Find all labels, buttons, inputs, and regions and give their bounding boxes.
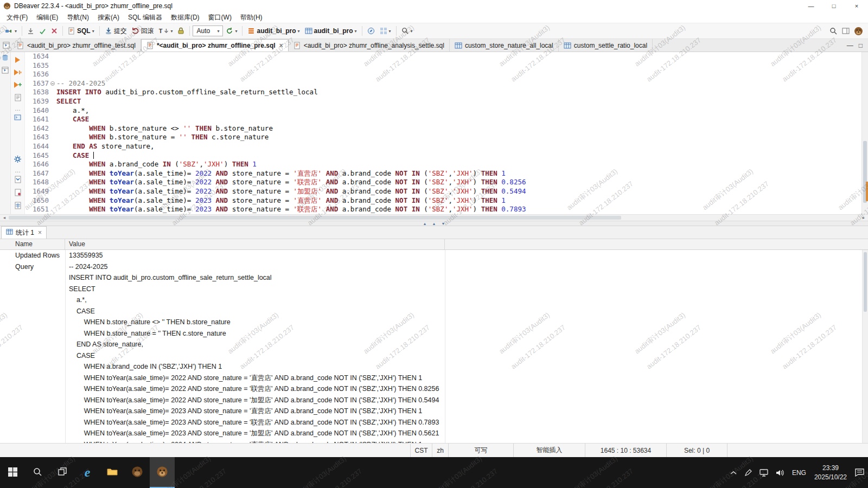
tab-close-icon[interactable]: × <box>279 42 283 49</box>
rollback-button[interactable]: 回滚 <box>130 25 156 37</box>
file-explorer-button[interactable] <box>100 457 125 488</box>
scrollbar-thumb[interactable] <box>9 216 621 220</box>
speaker-icon[interactable] <box>772 457 788 488</box>
search-dropdown-button[interactable]: ▾ <box>399 25 415 36</box>
search-button[interactable] <box>829 27 838 35</box>
fold-collapse-icon[interactable] <box>50 81 55 86</box>
results-vertical-scrollbar[interactable] <box>862 250 868 443</box>
network-icon[interactable] <box>756 457 772 488</box>
sql-editor-button[interactable]: SQL ▾ <box>66 25 97 36</box>
sql-editor[interactable]: 1634163516361637163816391640164116421643… <box>25 52 861 214</box>
execute-new-tab-button[interactable] <box>14 81 22 90</box>
database-selector[interactable]: audit_bi_pro ▾ <box>245 25 302 36</box>
commit-button[interactable]: 提交 <box>103 25 129 37</box>
sql-file-icon <box>293 42 301 49</box>
results-row[interactable]: Updated Rows133559935 <box>0 250 868 261</box>
editor-gutter[interactable]: 1634163516361637163816391640164116421643… <box>25 52 56 214</box>
taskbar-search-button[interactable] <box>25 457 50 488</box>
sql-file-icon <box>146 42 154 49</box>
taskbar-clock[interactable]: 23:39 2025/10/22 <box>810 464 851 481</box>
layout-button[interactable]: ▾ <box>378 25 393 36</box>
internet-explorer-button[interactable]: e <box>75 457 100 488</box>
task-view-button[interactable] <box>50 457 75 488</box>
menu-item[interactable]: SQL 编辑器 <box>124 12 167 23</box>
dbeaver-taskbar-button[interactable] <box>125 457 150 488</box>
collapse-down-icon[interactable]: ▼ <box>441 222 445 226</box>
execute-statement-button[interactable] <box>14 56 21 65</box>
maximize-button[interactable]: □ <box>822 0 845 12</box>
results-body[interactable]: Updated Rows133559935Query-- 2024-2025IN… <box>0 250 868 443</box>
download-script-button[interactable] <box>25 26 36 36</box>
close-button[interactable]: × <box>845 0 868 12</box>
editor-code[interactable]: -- 2024-2025INSERT INTO audit_bi_pro.cus… <box>56 52 861 214</box>
sync-script-button[interactable] <box>37 26 48 36</box>
maximize-panel-icon[interactable]: □ <box>859 42 863 49</box>
editor-tab[interactable]: <audit_bi_pro> zhumr_offline_analysis_se… <box>289 39 450 52</box>
menu-item[interactable]: 窗口(W) <box>204 12 236 23</box>
editor-horizontal-scrollbar[interactable]: ◄ ► <box>0 214 868 221</box>
toolbar-separator <box>62 26 63 36</box>
status-cells: CSTzh可写智能插入1645 : 10 : 53634Sel: 0 | 0 <box>410 444 727 457</box>
action-center-button[interactable] <box>851 457 868 488</box>
panel-splitter[interactable]: ▲ ▲ ▼ <box>0 221 868 226</box>
column-header-name[interactable]: Name <box>0 239 65 249</box>
table-icon <box>305 27 312 35</box>
menu-item[interactable]: 帮助(H) <box>236 12 267 23</box>
editor-tab[interactable]: custom_settle_ratio_local <box>559 39 653 52</box>
project-explorer-icon[interactable] <box>2 67 9 75</box>
statistics-tab[interactable]: 统计 1 × <box>1 226 47 239</box>
dbeaver-logo[interactable] <box>854 27 863 36</box>
transaction-log-button[interactable]: T ▾ <box>157 26 175 36</box>
scrollbar-thumb[interactable] <box>864 252 867 312</box>
results-row[interactable]: Query-- 2024-2025INSERT INTO audit_bi_pr… <box>0 261 868 444</box>
menu-item[interactable]: 编辑(E) <box>32 12 62 23</box>
database-name: audit_bi_pro <box>257 27 296 35</box>
more-actions-icon[interactable]: … <box>15 107 21 110</box>
panel-restore-button[interactable] <box>0 39 12 52</box>
menu-item[interactable]: 搜索(A) <box>93 12 124 23</box>
rollback-label: 回滚 <box>141 27 154 36</box>
toolbar-separator <box>396 26 397 36</box>
menu-item[interactable]: 文件(F) <box>2 12 32 23</box>
result-grid-button[interactable] <box>15 202 21 211</box>
more-actions-icon[interactable]: … <box>15 169 21 172</box>
minimize-button[interactable]: — <box>800 0 822 12</box>
editor-tab-strip: <audit_bi_pro> zhumr_offline_test.sql*<a… <box>12 39 653 52</box>
language-indicator[interactable]: ENG <box>788 457 810 488</box>
schema-selector[interactable]: audit_bi_pro ▾ <box>303 25 359 36</box>
editor-tab[interactable]: custom_store_nature_all_local <box>450 39 559 52</box>
menu-item[interactable]: 导航(N) <box>62 12 93 23</box>
scroll-left-icon[interactable]: ◄ <box>0 216 9 220</box>
cancel-script-button[interactable] <box>49 26 60 36</box>
scrollbar-track[interactable] <box>9 215 859 221</box>
refresh-button[interactable]: ▾ <box>224 25 239 36</box>
explain-plan-button[interactable] <box>15 94 21 103</box>
menu-item[interactable]: 数据库(D) <box>167 12 204 23</box>
execute-script-button[interactable] <box>14 69 22 78</box>
editor-vertical-scrollbar[interactable] <box>861 52 868 214</box>
start-button[interactable] <box>0 457 25 488</box>
export-result-button[interactable] <box>15 176 21 185</box>
toggle-panel-button[interactable] <box>842 27 850 35</box>
database-navigator-icon[interactable] <box>2 54 9 63</box>
autocommit-select[interactable]: Auto ▾ <box>193 25 223 36</box>
column-header-value[interactable]: Value <box>65 239 445 249</box>
editor-tab[interactable]: <audit_bi_pro> zhumr_offline_test.sql <box>12 39 141 52</box>
collapse-up-icon[interactable]: ▲ <box>432 222 436 226</box>
tray-expand-button[interactable] <box>726 457 741 488</box>
plug-icon <box>5 27 13 35</box>
pen-input-icon[interactable] <box>741 457 756 488</box>
log-file-button[interactable] <box>15 189 21 198</box>
connection-selector-button[interactable]: ▾ <box>3 25 19 37</box>
clock-date: 2025/10/22 <box>814 473 847 481</box>
collapse-up-icon[interactable]: ▲ <box>423 222 427 226</box>
tab-close-icon[interactable]: × <box>38 229 42 236</box>
lock-button[interactable] <box>175 25 187 36</box>
scroll-right-icon[interactable]: ► <box>859 216 868 220</box>
settings-gear-button[interactable] <box>14 155 22 165</box>
dbeaver-taskbar-button-active[interactable] <box>150 457 175 488</box>
output-panel-button[interactable] <box>14 114 21 123</box>
editor-tab[interactable]: *<audit_bi_pro> zhumr_offline_pre.sql× <box>141 39 289 52</box>
minimize-panel-icon[interactable]: — <box>847 42 853 49</box>
navigator-button[interactable] <box>365 25 377 36</box>
